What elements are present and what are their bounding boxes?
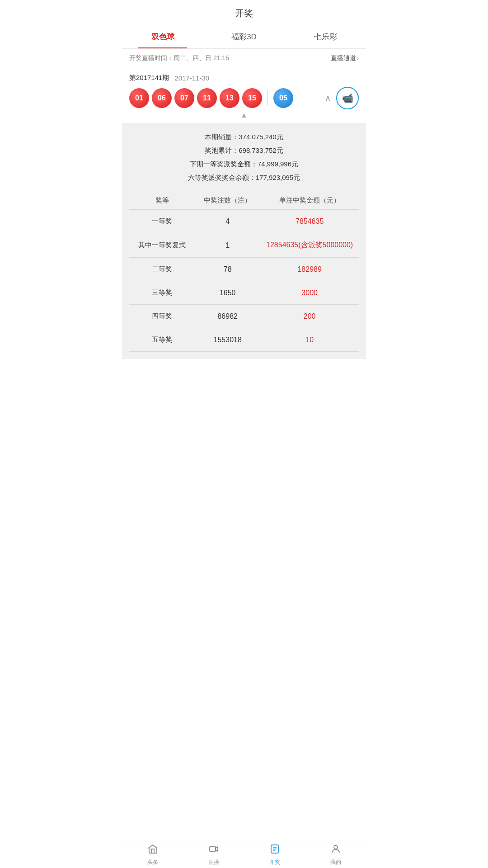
table-header: 奖等 中奖注数（注） 单注中奖金额（元）: [129, 192, 359, 210]
video-button[interactable]: 📹: [336, 87, 359, 109]
red-balls: 01 06 07 11 13 15: [129, 88, 262, 108]
blue-ball: 05: [273, 88, 293, 108]
page-title: 开奖: [122, 0, 366, 25]
table-row: 五等奖 1553018 10: [129, 328, 359, 352]
details-panel: 本期销量：374,075,240元 奖池累计：698,733,752元 下期一等…: [122, 123, 366, 359]
table-row: 其中一等奖复式 1 12854635(含派奖5000000): [129, 233, 359, 258]
summary-info: 本期销量：374,075,240元 奖池累计：698,733,752元 下期一等…: [129, 130, 359, 184]
tab-bar: 双色球 福彩3D 七乐彩: [122, 25, 366, 49]
prize-count-4: 1650: [195, 289, 260, 297]
tab-shuangseqiu[interactable]: 双色球: [122, 25, 203, 48]
sales-text: 本期销量：374,075,240元: [129, 130, 359, 144]
prize-amount-6: 10: [260, 336, 359, 344]
prize-amount-1: 7854635: [260, 217, 359, 226]
red-ball-5: 13: [220, 88, 239, 108]
pool-text: 奖池累计：698,733,752元: [129, 144, 359, 157]
col-header-count: 中奖注数（注）: [195, 196, 260, 205]
draw-header: 第2017141期 2017-11-30: [129, 74, 359, 82]
draw-section: 第2017141期 2017-11-30 01 06 07 11 13 15 0…: [122, 68, 366, 119]
prize-label-5: 四等奖: [129, 312, 195, 321]
tab-fucai3d[interactable]: 福彩3D: [203, 25, 285, 48]
prize-count-1: 4: [195, 217, 260, 226]
prize-amount-5: 200: [260, 312, 359, 321]
col-header-amount: 单注中奖金额（元）: [260, 196, 359, 205]
prize-amount-4: 3000: [260, 289, 359, 297]
ball-divider: [267, 90, 268, 106]
numbers-row: 01 06 07 11 13 15 05 ∧ 📹: [129, 87, 359, 109]
prize-count-3: 78: [195, 265, 260, 274]
sixth-remain-text: 六等奖派奖奖金余额：177,923,095元: [129, 171, 359, 184]
broadcast-bar: 开奖直播时间：周二、四、日 21:15 直播通道 ›: [122, 49, 366, 68]
draw-date: 2017-11-30: [174, 74, 209, 82]
table-row: 四等奖 86982 200: [129, 305, 359, 328]
prize-table: 奖等 中奖注数（注） 单注中奖金额（元） 一等奖 4 7854635 其中一等奖…: [129, 192, 359, 352]
table-row: 一等奖 4 7854635: [129, 210, 359, 233]
prize-amount-2: 12854635(含派奖5000000): [260, 241, 359, 250]
prize-label-6: 五等奖: [129, 335, 195, 344]
red-ball-2: 06: [152, 88, 172, 108]
video-icon: 📹: [342, 93, 353, 104]
prize-count-2: 1: [195, 241, 260, 250]
prize-count-5: 86982: [195, 312, 260, 321]
table-row: 二等奖 78 182989: [129, 258, 359, 281]
expand-button[interactable]: ∧: [325, 93, 331, 103]
chevron-right-icon: ›: [357, 55, 359, 61]
expand-arrow: ▲: [129, 109, 359, 119]
prize-amount-3: 182989: [260, 265, 359, 274]
broadcast-link[interactable]: 直播通道 ›: [331, 54, 359, 62]
draw-period: 第2017141期: [129, 74, 169, 82]
prize-label-1: 一等奖: [129, 217, 195, 226]
prize-label-2: 其中一等奖复式: [129, 241, 195, 250]
table-row: 三等奖 1650 3000: [129, 281, 359, 305]
next-first-text: 下期一等奖派奖金额：74,999,996元: [129, 157, 359, 171]
red-ball-3: 07: [174, 88, 194, 108]
broadcast-time: 开奖直播时间：周二、四、日 21:15: [129, 54, 229, 62]
prize-label-3: 二等奖: [129, 265, 195, 274]
red-ball-1: 01: [129, 88, 149, 108]
prize-label-4: 三等奖: [129, 288, 195, 297]
red-ball-6: 15: [242, 88, 262, 108]
prize-count-6: 1553018: [195, 336, 260, 344]
tab-qilecai[interactable]: 七乐彩: [285, 25, 366, 48]
col-header-prize: 奖等: [129, 196, 195, 205]
red-ball-4: 11: [197, 88, 217, 108]
